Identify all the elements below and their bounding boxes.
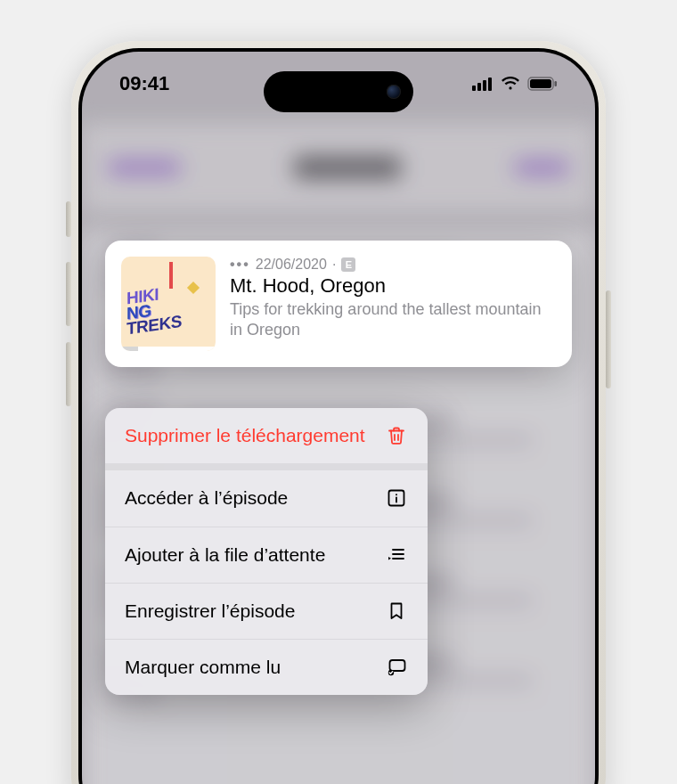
trash-icon bbox=[385, 425, 408, 446]
episode-title: Mt. Hood, Oregon bbox=[230, 274, 556, 298]
save-episode-button[interactable]: Enregistrer l’épisode bbox=[105, 584, 428, 640]
episode-date-label: 22/06/2020 bbox=[256, 257, 327, 273]
episode-meta: ••• 22/06/2020 · E bbox=[230, 257, 556, 273]
explicit-badge: E bbox=[341, 257, 355, 272]
svg-rect-3 bbox=[488, 78, 492, 91]
screen: 09:41 bbox=[82, 52, 595, 784]
status-time-label: 09:41 bbox=[119, 72, 169, 95]
remove-download-button[interactable]: Supprimer le téléchargement bbox=[105, 408, 428, 470]
battery-icon bbox=[527, 77, 558, 91]
front-camera bbox=[387, 85, 401, 99]
menu-item-label: Marquer comme lu bbox=[125, 656, 374, 679]
podcast-artwork: HIKI NG TREKS bbox=[121, 257, 216, 351]
info-square-icon bbox=[385, 487, 408, 509]
go-to-episode-button[interactable]: Accéder à l’épisode bbox=[105, 470, 428, 527]
phone-inner: 09:41 bbox=[78, 48, 599, 784]
svg-rect-1 bbox=[477, 83, 481, 91]
menu-item-label: Ajouter à la file d’attente bbox=[125, 543, 374, 567]
bookmark-icon bbox=[385, 600, 408, 622]
add-to-queue-button[interactable]: Ajouter à la file d’attente bbox=[105, 527, 428, 584]
svg-point-8 bbox=[396, 494, 397, 496]
menu-item-label: Enregistrer l’épisode bbox=[125, 600, 374, 623]
dynamic-island bbox=[264, 71, 413, 112]
svg-rect-6 bbox=[555, 81, 558, 86]
episode-description: Tips for trekking around the tallest mou… bbox=[230, 299, 556, 339]
episode-preview-card[interactable]: HIKI NG TREKS ••• 22/06/2020 · E bbox=[105, 241, 572, 367]
cellular-signal-icon bbox=[472, 77, 493, 91]
phone-frame: 09:41 bbox=[71, 41, 606, 784]
mark-as-read-button[interactable]: Marquer comme lu bbox=[105, 640, 428, 695]
power-button bbox=[606, 290, 611, 388]
episode-progress-bar bbox=[121, 347, 216, 351]
svg-rect-2 bbox=[483, 80, 486, 91]
svg-rect-0 bbox=[472, 86, 476, 91]
menu-item-label: Accéder à l’épisode bbox=[125, 486, 374, 510]
volume-up-button bbox=[66, 262, 71, 326]
menu-item-label: Supprimer le téléchargement bbox=[125, 424, 374, 447]
unplayed-indicator-icon: ••• bbox=[230, 257, 250, 273]
queue-last-icon bbox=[385, 544, 408, 566]
svg-rect-5 bbox=[530, 79, 551, 88]
wifi-icon bbox=[501, 77, 520, 91]
mark-played-icon bbox=[385, 657, 408, 678]
volume-down-button bbox=[66, 342, 71, 406]
svg-rect-9 bbox=[390, 660, 405, 671]
silence-switch bbox=[66, 201, 71, 237]
context-menu: Supprimer le téléchargement Accéder à l’… bbox=[105, 408, 428, 695]
